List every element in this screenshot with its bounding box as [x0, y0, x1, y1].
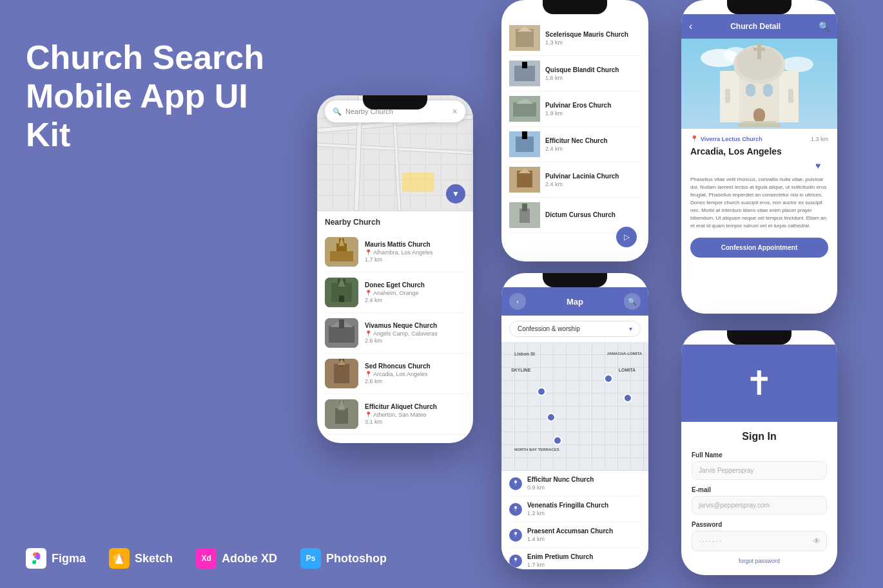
list-item[interactable]: Venenatis Fringilla Church 1.2 km — [509, 497, 641, 522]
church-thumbnail — [509, 61, 540, 86]
navigate-button[interactable]: ▷ — [616, 227, 637, 247]
fullname-input[interactable]: Jarvis Pepperspray — [692, 461, 827, 480]
xd-icon: Xd — [196, 548, 217, 569]
church-distance: 0.9 km — [527, 484, 594, 491]
phone-detail: ‹ Church Detail 🔍 — [681, 0, 837, 314]
email-label: E-mail — [692, 486, 827, 493]
email-placeholder: jarvis@pepperspray.com — [699, 502, 770, 509]
appointment-button[interactable]: Confession Appointment — [690, 238, 828, 258]
list-item[interactable]: Efficitur Nec Church 2.4 km — [509, 127, 641, 162]
list-item[interactable]: Pulvinar Lacinia Church 2.4 km — [509, 162, 641, 198]
list-item[interactable]: Pulvinar Eros Church 1.9 km — [509, 91, 641, 127]
church-location-name: Viverra Lectus Church — [701, 136, 762, 142]
church-distance: 2.6 km — [365, 378, 465, 384]
svg-rect-18 — [334, 364, 349, 383]
church-info: Efficitur Nec Church 2.4 km — [545, 137, 608, 152]
map-background: 🔍 Nearby Church ✕ ▼ — [317, 95, 473, 211]
filter-button[interactable]: ▼ — [446, 184, 465, 204]
hero-title: Church Search Mobile App UI Kit — [26, 39, 284, 154]
church-name: Dictum Cursus Church — [545, 211, 616, 218]
map-label-lomita: LOMITA — [619, 368, 636, 372]
password-row: ······· 👁 — [692, 531, 827, 551]
church-name: Venenatis Fringilla Church — [527, 502, 608, 509]
location-bar: 📍 Viverra Lectus Church 1.3 km — [690, 135, 828, 142]
ps-icon: Ps — [300, 548, 321, 569]
map-pin-4 — [547, 413, 556, 422]
email-input[interactable]: jarvis@pepperspray.com — [692, 496, 827, 515]
church-list: Nearby Church Mauris Mattis Church 📍Alha… — [317, 211, 473, 435]
map-pin-3 — [623, 394, 632, 403]
figma-icon — [26, 548, 46, 569]
map-label-lisbon: Lisbon St — [514, 352, 535, 356]
map-pin-1 — [604, 374, 613, 383]
church-info: Sed Rhoncus Church 📍Arcadia, Los Angeles… — [365, 363, 465, 384]
back-button[interactable]: ‹ — [509, 293, 526, 310]
search-button[interactable]: 🔍 — [624, 293, 641, 310]
list-item[interactable]: Vivamus Neque Church 📍Angels Camp, Calav… — [325, 313, 465, 354]
phone-list: Scelerisque Mauris Church 1.3 km Quisque… — [501, 0, 648, 261]
signin-header: ✝ — [681, 345, 837, 422]
church-name: Pulvinar Eros Church — [545, 102, 611, 109]
church-name: Praesent Accumsan Church — [527, 527, 613, 535]
fullname-label: Full Name — [692, 451, 827, 459]
favorite-button[interactable]: ♥ — [815, 159, 828, 172]
signin-body: Sign In Full Name Jarvis Pepperspray E-m… — [681, 422, 837, 573]
church-distance: 1.7 km — [527, 562, 593, 568]
church-thumbnail — [509, 167, 540, 193]
password-placeholder: ······· — [699, 536, 723, 545]
category-dropdown[interactable]: Confession & worship ▾ — [509, 321, 641, 337]
church-distance: 1.2 km — [527, 510, 608, 517]
list-item[interactable]: Enim Pretium Church 1.7 km — [509, 548, 641, 569]
church-list-2: Scelerisque Mauris Church 1.3 km Quisque… — [501, 15, 648, 238]
svg-rect-5 — [330, 251, 353, 261]
svg-rect-58 — [725, 89, 730, 103]
show-password-icon[interactable]: 👁 — [813, 536, 820, 545]
chevron-down-icon: ▾ — [629, 325, 632, 332]
svg-rect-26 — [516, 29, 534, 47]
category-bar: Confession & worship ▾ — [501, 316, 648, 342]
church-location: 📍Anaheim, Orange — [365, 290, 465, 296]
phone-notch — [363, 95, 427, 109]
list-item[interactable]: Efficitur Aliquet Church 📍Atherton, San … — [325, 394, 465, 435]
map-view[interactable]: Lisbon St SKYLINE LOMITA JAMACHA-LOMITA … — [501, 342, 648, 471]
church-list-map: Efficitur Nunc Church 0.9 km Venenatis F… — [501, 471, 648, 569]
svg-rect-16 — [339, 319, 344, 328]
svg-rect-57 — [738, 124, 781, 127]
church-distance: 1.6 km — [545, 75, 619, 81]
svg-rect-30 — [522, 62, 527, 68]
search-button[interactable]: 🔍 — [819, 21, 830, 32]
church-name: Mauris Mattis Church — [365, 241, 465, 248]
list-item[interactable]: Scelerisque Mauris Church 1.3 km — [509, 21, 641, 56]
list-item[interactable]: Praesent Accumsan Church 1.4 km — [509, 522, 641, 548]
fullname-placeholder: Jarvis Pepperspray — [699, 467, 754, 474]
category-label: Confession & worship — [518, 325, 580, 332]
map-header: ‹ Map 🔍 — [501, 287, 648, 316]
close-icon[interactable]: ✕ — [452, 108, 458, 116]
list-item[interactable]: Quisque Blandit Church 1.6 km — [509, 56, 641, 91]
church-location: 📍Arcadia, Los Angeles — [365, 371, 465, 377]
church-hero-image — [681, 39, 837, 129]
list-item[interactable]: Efficitur Nunc Church 0.9 km — [509, 471, 641, 497]
section-title: Nearby Church — [325, 211, 465, 232]
back-button[interactable]: ‹ — [689, 21, 692, 32]
church-name: Scelerisque Mauris Church — [545, 31, 628, 38]
forgot-password-link[interactable]: forgot password — [692, 558, 827, 564]
search-icon: 🔍 — [333, 108, 342, 116]
phone-signin: ✝ Sign In Full Name Jarvis Pepperspray E… — [681, 330, 837, 575]
church-info: Venenatis Fringilla Church 1.2 km — [527, 502, 608, 517]
cross-icon: ✝ — [745, 366, 773, 400]
list-item[interactable]: Sed Rhoncus Church 📍Arcadia, Los Angeles… — [325, 354, 465, 394]
church-thumbnail — [325, 237, 358, 267]
list-item[interactable]: Mauris Mattis Church 📍Alhambra, Los Ange… — [325, 232, 465, 272]
signin-title: Sign In — [692, 431, 827, 442]
svg-rect-61 — [770, 97, 775, 121]
phone-notch — [543, 273, 607, 287]
list-item[interactable]: Donec Eget Church 📍Anaheim, Orange 2.4 k… — [325, 272, 465, 313]
church-distance: 1.4 km — [527, 536, 613, 542]
church-distance: 2.4 km — [545, 146, 608, 152]
password-input[interactable]: ······· — [692, 531, 827, 551]
church-info: Vivamus Neque Church 📍Angels Camp, Calav… — [365, 322, 465, 344]
pin-icon — [509, 529, 522, 542]
svg-rect-54 — [763, 84, 773, 97]
phone-notch — [727, 0, 791, 14]
